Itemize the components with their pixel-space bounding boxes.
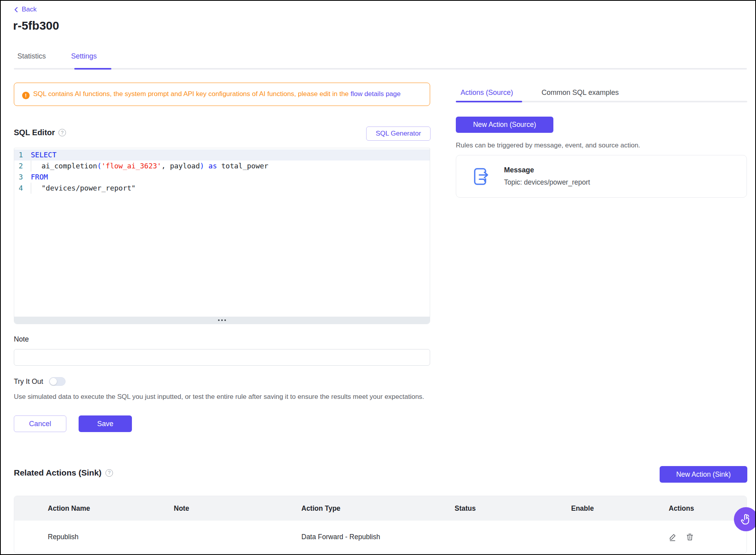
code-token: as xyxy=(209,162,217,170)
message-out-icon xyxy=(472,167,491,186)
line-number: 3 xyxy=(14,172,23,183)
try-it-out-label: Try It Out xyxy=(14,378,43,386)
active-tab-indicator xyxy=(74,68,111,70)
try-it-out-toggle[interactable] xyxy=(49,377,66,386)
try-it-out-description: Use simulated data to execute the SQL yo… xyxy=(14,393,424,401)
code-token: ( xyxy=(97,162,102,170)
column-header-action-type: Action Type xyxy=(301,504,455,513)
line-number: 2 xyxy=(14,160,23,172)
cancel-button[interactable]: Cancel xyxy=(14,415,66,432)
related-actions-heading: Related Actions (Sink) ? xyxy=(14,468,113,478)
line-number: 4 xyxy=(14,183,23,194)
cell-action-name: Republish xyxy=(48,533,174,541)
save-button[interactable]: Save xyxy=(79,415,132,432)
new-action-sink-button[interactable]: New Action (Sink) xyxy=(660,466,747,483)
tap-hand-icon xyxy=(740,513,752,526)
code-line: 4"devices/power_report" xyxy=(14,183,430,194)
message-trigger-card[interactable]: Message Topic: devices/power_report xyxy=(456,155,747,198)
code-line-content: "devices/power_report" xyxy=(31,183,135,194)
sql-editor-heading: SQL Editor ? xyxy=(14,128,66,137)
page-title: r-5fb300 xyxy=(13,19,59,32)
code-token: ai_completion xyxy=(41,162,97,170)
sql-generator-button[interactable]: SQL Generator xyxy=(366,126,431,141)
active-tab-indicator xyxy=(456,101,522,102)
source-panel-hint: Rules can be triggered by message, event… xyxy=(456,142,640,149)
ellipsis-dot xyxy=(221,319,223,321)
sql-code-editor: 1SELECT2ai_completion('flow_ai_3623', pa… xyxy=(14,148,430,324)
tab-common-sql-examples[interactable]: Common SQL examples xyxy=(542,89,619,97)
main-tabs: StatisticsSettings xyxy=(17,52,97,60)
column-header-action-name: Action Name xyxy=(48,504,174,513)
ai-functions-alert: !SQL contains AI functions, the system p… xyxy=(14,83,430,106)
code-token: , payload xyxy=(161,162,200,170)
related-actions-title: Related Actions (Sink) xyxy=(14,468,102,478)
note-label: Note xyxy=(14,335,29,344)
toggle-knob xyxy=(50,378,57,385)
column-header-status: Status xyxy=(455,504,571,513)
source-tabs-track xyxy=(456,101,747,102)
column-header-enable: Enable xyxy=(571,504,669,513)
ellipsis-dot xyxy=(218,319,220,321)
help-icon[interactable]: ? xyxy=(105,469,113,477)
cell-action-type: Data Forward - Republish xyxy=(301,533,455,541)
tab-settings[interactable]: Settings xyxy=(71,52,97,60)
cell-actions xyxy=(669,533,747,541)
alert-text: SQL contains AI functions, the system pr… xyxy=(33,90,349,98)
code-token: total_power xyxy=(217,162,268,170)
ellipsis-dot xyxy=(224,319,226,321)
table-row: RepublishData Forward - Republish xyxy=(14,521,747,553)
tab-statistics[interactable]: Statistics xyxy=(17,52,46,60)
edit-icon[interactable] xyxy=(669,533,677,541)
code-token xyxy=(204,162,209,170)
main-tabs-track xyxy=(14,68,747,70)
code-line: 2ai_completion('flow_ai_3623', payload) … xyxy=(14,160,430,172)
code-token: 'flow_ai_3623' xyxy=(102,162,162,170)
help-icon[interactable]: ? xyxy=(58,129,66,136)
editor-resize-handle[interactable] xyxy=(14,317,430,324)
line-number: 1 xyxy=(14,149,23,160)
code-line: 1SELECT xyxy=(14,149,430,160)
feedback-fab-button[interactable] xyxy=(734,507,756,531)
flow-details-link[interactable]: flow details page xyxy=(351,90,401,98)
note-input[interactable] xyxy=(14,349,430,366)
code-lines[interactable]: 1SELECT2ai_completion('flow_ai_3623', pa… xyxy=(14,148,430,317)
source-panel-tabs: Actions (Source)Common SQL examples xyxy=(461,89,619,97)
trigger-card-topic: Topic: devices/power_report xyxy=(504,178,590,187)
code-token: SELECT xyxy=(31,151,56,159)
back-link[interactable]: Back xyxy=(14,6,37,13)
delete-icon[interactable] xyxy=(686,533,694,541)
warning-icon: ! xyxy=(22,92,30,99)
chevron-left-icon xyxy=(14,7,18,13)
code-token: ) xyxy=(200,162,204,170)
table-body: RepublishData Forward - Republish xyxy=(14,521,747,553)
column-header-actions: Actions xyxy=(669,504,747,513)
code-line-content: FROM xyxy=(31,172,48,183)
sql-editor-title: SQL Editor xyxy=(14,128,55,137)
new-action-source-button[interactable]: New Action (Source) xyxy=(456,117,553,133)
try-it-out-row: Try It Out xyxy=(14,377,66,386)
column-header-note: Note xyxy=(174,504,301,513)
code-line-content: SELECT xyxy=(31,149,56,160)
code-token: "devices/power_report" xyxy=(41,184,135,192)
trigger-card-text: Message Topic: devices/power_report xyxy=(504,166,590,187)
code-line-content: ai_completion('flow_ai_3623', payload) a… xyxy=(31,160,268,172)
code-line: 3FROM xyxy=(14,172,430,183)
table-header-row: Action NameNoteAction TypeStatusEnableAc… xyxy=(14,496,747,521)
code-token: FROM xyxy=(31,173,48,181)
tab-actions-source[interactable]: Actions (Source) xyxy=(461,89,513,97)
sink-actions-table: Action NameNoteAction TypeStatusEnableAc… xyxy=(14,496,747,553)
back-label: Back xyxy=(22,6,37,13)
trigger-card-title: Message xyxy=(504,166,590,174)
